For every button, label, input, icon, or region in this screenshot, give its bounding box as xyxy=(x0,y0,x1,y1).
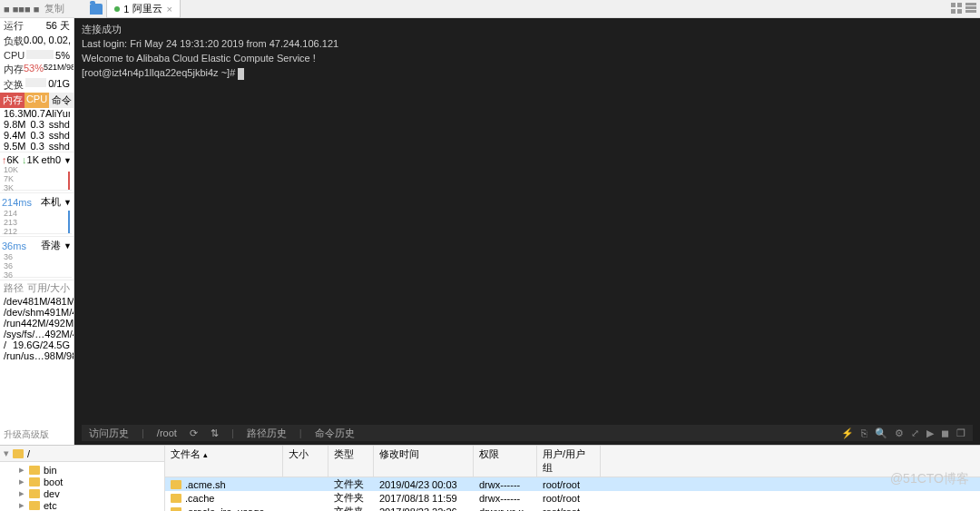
file-row[interactable]: .acme.sh文件夹2019/04/23 00:03drwx------roo… xyxy=(165,477,980,491)
status-bar: 访问历史 | /root ⟳ ⇅ | 路径历史 | 命令历史 ⚡ ⎘ 🔍 ⚙ ⤢… xyxy=(82,425,973,441)
tree-item[interactable]: ▸bin xyxy=(2,464,162,476)
tree-root[interactable]: ▾/ xyxy=(0,446,164,462)
disk-row: /run/us…98M/98M xyxy=(0,350,74,361)
mem-value: 521M/985M xyxy=(44,63,74,76)
tree-item[interactable]: ▸dev xyxy=(2,487,162,499)
disk-row: /sys/fs/…492M/492M xyxy=(0,329,74,339)
file-row[interactable]: .cache文件夹2017/08/18 11:59drwx------root/… xyxy=(165,491,980,505)
svg-rect-6 xyxy=(965,10,976,13)
tree-item[interactable]: ▸etc xyxy=(2,499,162,511)
refresh-icon[interactable]: ⟳ xyxy=(190,427,198,439)
cursor-icon xyxy=(238,68,244,80)
net-up: 6K xyxy=(7,154,19,165)
disk-row: /run442M/492M xyxy=(0,318,74,329)
ip-label: ■ ■■■ ■ xyxy=(4,4,39,15)
load-value: 0.00, 0.02, 0.00 xyxy=(24,34,74,48)
col-type[interactable]: 类型 xyxy=(328,446,374,477)
layout-icon[interactable] xyxy=(965,3,976,15)
disk-row: /19.6G/24.5G xyxy=(0,339,74,350)
copy-button[interactable]: 复制 xyxy=(44,2,64,15)
file-browser: ▾/ ▸bin▸boot▸dev▸etc▸home 文件名 ▴ 大小 类型 修改… xyxy=(0,445,980,511)
disk-h-path: 路径 xyxy=(4,281,27,295)
disk-section: 路径可用/大小 /dev481M/481M/dev/shm491M/492M/r… xyxy=(0,280,74,361)
visit-history[interactable]: 访问历史 xyxy=(89,427,129,440)
svg-rect-1 xyxy=(957,3,962,7)
ping2-graph: 36ms 香港 ▼ 36 36 36 xyxy=(0,236,74,280)
ping1-graph: 214ms 本机 ▼ 214 213 212 xyxy=(0,192,74,236)
col-time[interactable]: 修改时间 xyxy=(374,446,474,477)
status-dot-icon xyxy=(114,6,120,12)
search-icon[interactable]: 🔍 xyxy=(875,427,887,439)
net-iface[interactable]: eth0 ▼ xyxy=(42,154,72,165)
path-history[interactable]: 路径历史 xyxy=(247,427,287,440)
top-bar: ■ ■■■ ■ 复制 1 阿里云 × xyxy=(0,0,980,18)
ping1-time: 214ms xyxy=(2,197,32,208)
process-row[interactable]: 9.4M0.3sshd xyxy=(0,130,74,141)
ping1-loc[interactable]: 本机 ▼ xyxy=(41,195,72,209)
term-prompt: [root@izt4n4p1llqa22eq5jkbi4z ~]# xyxy=(82,65,973,80)
svg-rect-0 xyxy=(951,3,956,7)
sort-mem[interactable]: 内存 xyxy=(0,93,24,108)
process-header[interactable]: 内存 CPU 命令 xyxy=(0,93,74,108)
stop-icon[interactable]: ◼ xyxy=(941,427,949,439)
term-line: 连接成功 xyxy=(82,22,973,36)
network-graph: ↑6K ↓1K eth0 ▼ 10K 7K 3K xyxy=(0,152,74,192)
mem-label: 内存 xyxy=(4,63,24,76)
swap-label: 交换 xyxy=(4,78,24,92)
col-size[interactable]: 大小 xyxy=(283,446,328,477)
sort-cmd[interactable]: 命令 xyxy=(49,93,74,108)
grid-view-icon[interactable] xyxy=(951,3,962,15)
folder-icon[interactable] xyxy=(90,4,103,15)
tab-label: 阿里云 xyxy=(132,2,162,15)
uptime-value: 56 天 xyxy=(46,19,70,33)
window-icon[interactable]: ❐ xyxy=(956,427,965,439)
disk-row: /dev481M/481M xyxy=(0,296,74,307)
ping2-time: 36ms xyxy=(2,241,26,251)
disk-h-size: 可用/大小 xyxy=(27,281,70,295)
process-row[interactable]: 16.3M0.7AliYunDu xyxy=(0,108,74,119)
tree-item[interactable]: ▸boot xyxy=(2,476,162,487)
col-perm[interactable]: 权限 xyxy=(474,446,537,477)
term-line: Welcome to Alibaba Cloud Elastic Compute… xyxy=(82,51,973,65)
cpu-value: 5% xyxy=(55,50,70,61)
file-list: 文件名 ▴ 大小 类型 修改时间 权限 用户/用户组 .acme.sh文件夹20… xyxy=(165,446,980,511)
swap-value: 0/1G xyxy=(48,78,70,92)
uptime-label: 运行 xyxy=(4,19,24,33)
tree-panel: ▾/ ▸bin▸boot▸dev▸etc▸home xyxy=(0,446,165,511)
play-icon[interactable]: ▶ xyxy=(926,427,934,439)
cmd-history[interactable]: 命令历史 xyxy=(315,427,355,440)
svg-rect-4 xyxy=(965,3,976,5)
process-row[interactable]: 9.5M0.3sshd xyxy=(0,141,74,152)
disk-row: /dev/shm491M/492M xyxy=(0,307,74,318)
mem-pct: 53% xyxy=(24,63,44,76)
sort-cpu[interactable]: CPU xyxy=(24,93,49,108)
col-name[interactable]: 文件名 xyxy=(171,448,201,459)
col-own[interactable]: 用户/用户组 xyxy=(537,446,601,477)
upgrade-link[interactable]: 升级高级版 xyxy=(0,425,74,445)
session-tab[interactable]: 1 阿里云 × xyxy=(106,0,181,18)
folder-icon xyxy=(13,449,24,458)
process-row[interactable]: 9.8M0.3sshd xyxy=(0,119,74,130)
file-list-header[interactable]: 文件名 ▴ 大小 类型 修改时间 权限 用户/用户组 xyxy=(165,446,980,477)
current-path[interactable]: /root xyxy=(157,427,177,438)
load-label: 负载 xyxy=(4,34,24,48)
tab-number: 1 xyxy=(123,4,129,15)
copy-icon[interactable]: ⎘ xyxy=(861,427,867,439)
sidebar: 运行 56 天 负载 0.00, 0.02, 0.00 CPU5% 内存53%5… xyxy=(0,18,74,445)
cpu-label: CPU xyxy=(4,50,24,61)
term-line: Last login: Fri May 24 19:31:20 2019 fro… xyxy=(82,36,973,51)
bolt-icon[interactable]: ⚡ xyxy=(841,427,854,439)
expand-icon[interactable]: ⤢ xyxy=(911,427,919,439)
ping2-loc[interactable]: 香港 ▼ xyxy=(41,239,72,252)
gear-icon[interactable]: ⚙ xyxy=(895,427,904,439)
svg-rect-3 xyxy=(957,9,962,14)
close-icon[interactable]: × xyxy=(166,4,172,15)
net-down: 1K xyxy=(27,154,39,165)
file-row[interactable]: .oracle_jre_usage文件夹2017/08/23 22:26drwx… xyxy=(165,505,980,511)
svg-rect-2 xyxy=(951,9,956,14)
svg-rect-5 xyxy=(965,6,976,9)
up-icon[interactable]: ⇅ xyxy=(211,427,219,439)
process-list: 16.3M0.7AliYunDu9.8M0.3sshd9.4M0.3sshd9.… xyxy=(0,108,74,152)
terminal[interactable]: 连接成功 Last login: Fri May 24 19:31:20 201… xyxy=(74,18,980,445)
